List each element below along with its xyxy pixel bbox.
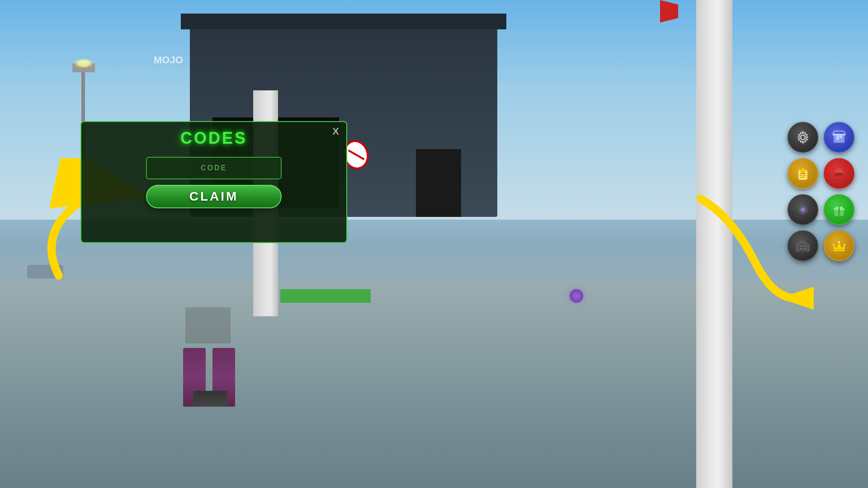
purple-orb — [570, 289, 583, 303]
svg-rect-3 — [833, 134, 845, 136]
svg-rect-26 — [803, 248, 807, 250]
building-door — [416, 149, 461, 217]
svg-point-2 — [801, 135, 805, 140]
mystery-button[interactable] — [788, 194, 818, 225]
svg-rect-14 — [835, 174, 844, 177]
shop-button[interactable] — [824, 122, 854, 153]
right-button-panel — [788, 122, 854, 261]
svg-rect-21 — [838, 208, 840, 216]
code-input[interactable] — [146, 157, 282, 179]
garage-icon — [795, 238, 811, 254]
svg-point-18 — [802, 208, 804, 211]
ground — [0, 283, 868, 488]
backpack-button[interactable] — [788, 158, 818, 189]
close-button[interactable]: X — [332, 127, 339, 136]
svg-rect-28 — [833, 249, 845, 251]
svg-rect-9 — [800, 173, 806, 174]
settings-button[interactable] — [788, 122, 818, 153]
claim-button[interactable]: CLAIM — [146, 185, 282, 208]
svg-rect-5 — [836, 136, 839, 140]
svg-point-31 — [844, 244, 845, 246]
svg-rect-23 — [799, 245, 802, 247]
lamp-glow — [75, 59, 93, 68]
garage-button[interactable] — [788, 230, 818, 261]
grass — [280, 289, 371, 303]
svg-rect-15 — [835, 173, 843, 174]
svg-rect-6 — [840, 136, 842, 138]
svg-point-29 — [838, 241, 840, 244]
dialog-title: CODES — [180, 129, 247, 148]
background: MOJO — [0, 0, 868, 488]
codes-dialog: X CODES CLAIM — [80, 121, 347, 243]
shop-icon — [831, 129, 847, 145]
svg-rect-24 — [803, 245, 807, 247]
backpack-icon — [795, 165, 811, 182]
helmet-icon — [831, 165, 847, 182]
char-shoe-right — [202, 391, 227, 407]
char-leg-right — [212, 348, 235, 407]
settings-icon — [795, 130, 811, 145]
svg-rect-8 — [801, 168, 805, 172]
gift-icon — [831, 202, 847, 218]
helmet-button[interactable] — [824, 158, 854, 189]
mystery-icon — [795, 202, 811, 217]
char-body — [185, 307, 231, 343]
pillar-right — [696, 0, 732, 488]
bg-car — [27, 265, 63, 278]
svg-point-30 — [833, 244, 835, 246]
gift-button[interactable] — [824, 194, 854, 225]
crown-icon — [831, 238, 847, 254]
crown-button[interactable] — [824, 230, 854, 261]
game-character — [172, 307, 244, 407]
mojo-sign: MOJO — [154, 54, 183, 66]
svg-rect-25 — [799, 248, 802, 250]
